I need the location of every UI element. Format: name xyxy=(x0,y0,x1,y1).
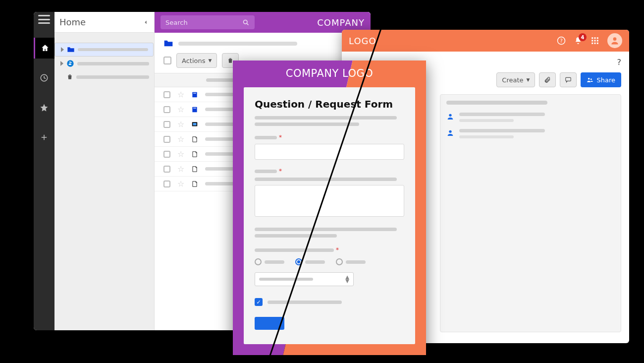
svg-rect-11 xyxy=(591,37,593,39)
nav-add-icon[interactable] xyxy=(34,127,54,148)
svg-point-20 xyxy=(613,37,617,41)
radio-option[interactable] xyxy=(295,258,325,265)
svg-rect-5 xyxy=(193,107,197,112)
member-row[interactable] xyxy=(446,113,615,122)
hamburger-icon[interactable] xyxy=(38,15,50,24)
expand-icon[interactable] xyxy=(60,61,63,66)
star-icon[interactable]: ☆ xyxy=(177,120,184,129)
breadcrumb xyxy=(155,33,371,50)
radio-option[interactable] xyxy=(255,258,284,265)
nav-rail xyxy=(34,12,54,330)
row-checkbox[interactable] xyxy=(163,121,170,128)
svg-rect-13 xyxy=(597,37,598,39)
star-icon[interactable]: ☆ xyxy=(177,105,184,114)
note-icon xyxy=(191,166,198,173)
checkbox-row[interactable]: ✓ xyxy=(255,298,404,306)
tree-item-folder[interactable] xyxy=(54,43,154,57)
svg-point-1 xyxy=(67,60,73,66)
people-icon xyxy=(587,76,593,83)
star-icon[interactable]: ☆ xyxy=(177,179,184,188)
doc-icon xyxy=(191,106,198,113)
media-icon xyxy=(191,121,198,128)
page-title: Home xyxy=(59,17,86,27)
top-bar: Search COMPANY xyxy=(155,12,371,33)
form-modal: COMPANY LOGO Question / Request Form * *… xyxy=(233,60,426,355)
field-label: * xyxy=(255,246,404,253)
form-title: Question / Request Form xyxy=(255,98,404,110)
radio-group xyxy=(255,258,404,265)
apps-grid-icon[interactable] xyxy=(590,36,599,45)
textarea-input[interactable] xyxy=(255,185,404,217)
row-checkbox[interactable] xyxy=(163,166,170,173)
select-all-checkbox[interactable] xyxy=(163,57,171,64)
search-input[interactable]: Search xyxy=(161,15,255,29)
svg-point-2 xyxy=(244,20,248,24)
svg-rect-18 xyxy=(594,43,596,44)
note-icon xyxy=(191,136,198,143)
svg-point-25 xyxy=(449,130,451,133)
svg-rect-14 xyxy=(591,40,593,42)
row-checkbox[interactable] xyxy=(163,136,170,143)
checkbox-checked-icon[interactable]: ✓ xyxy=(255,298,263,306)
create-dropdown-button[interactable]: Create▼ xyxy=(496,72,535,87)
row-checkbox[interactable] xyxy=(163,151,170,158)
comment-icon xyxy=(565,76,572,83)
star-icon[interactable]: ☆ xyxy=(177,164,184,174)
people-icon xyxy=(66,60,74,67)
caret-icon: ▲▼ xyxy=(345,275,349,283)
tree-header: Home xyxy=(54,12,154,33)
avatar-icon xyxy=(610,36,620,46)
top-bar: LOGO ? 4 xyxy=(342,30,629,52)
text-input[interactable] xyxy=(255,144,404,160)
row-checkbox[interactable] xyxy=(163,106,170,113)
radio-option[interactable] xyxy=(336,258,366,265)
share-button[interactable]: Share xyxy=(581,72,621,87)
row-checkbox[interactable] xyxy=(163,91,170,98)
svg-rect-21 xyxy=(566,77,571,81)
svg-point-23 xyxy=(590,78,592,80)
member-row[interactable] xyxy=(446,129,615,138)
field-label: * xyxy=(255,134,404,141)
row-checkbox[interactable] xyxy=(163,181,170,187)
comment-button[interactable] xyxy=(560,72,577,87)
nav-home-icon[interactable] xyxy=(34,38,54,59)
star-icon[interactable]: ☆ xyxy=(177,149,184,159)
tree-item-shared[interactable] xyxy=(54,57,154,70)
svg-rect-15 xyxy=(594,40,596,42)
header-actions: ? 4 xyxy=(557,33,622,48)
trash-icon xyxy=(66,73,73,80)
attach-button[interactable] xyxy=(539,72,556,87)
svg-rect-19 xyxy=(597,43,598,44)
select-dropdown[interactable]: ▲▼ xyxy=(255,272,354,286)
submit-button[interactable] xyxy=(255,317,284,330)
modal-brand: COMPANY LOGO xyxy=(233,67,426,79)
help-icon[interactable]: ? xyxy=(557,36,566,45)
folder-icon xyxy=(163,40,173,47)
svg-text:?: ? xyxy=(560,38,562,44)
nav-recent-icon[interactable] xyxy=(34,67,54,88)
tree-item-trash[interactable] xyxy=(54,70,154,83)
svg-rect-17 xyxy=(591,43,593,44)
request-form: Question / Request Form * * * ▲▼ xyxy=(244,87,415,344)
brand-text: LOGO xyxy=(349,36,376,46)
user-icon xyxy=(446,113,454,121)
context-help-icon[interactable]: ? xyxy=(617,58,622,67)
user-icon xyxy=(446,129,454,137)
search-icon xyxy=(242,19,250,26)
doc-icon xyxy=(191,91,198,98)
star-icon[interactable]: ☆ xyxy=(177,134,184,144)
expand-icon[interactable] xyxy=(61,47,64,52)
chevron-left-icon[interactable] xyxy=(142,19,149,26)
star-icon[interactable]: ☆ xyxy=(177,90,184,99)
svg-rect-4 xyxy=(193,93,196,93)
note-icon xyxy=(191,151,198,158)
nav-favorites-icon[interactable] xyxy=(34,97,54,118)
notifications-button[interactable]: 4 xyxy=(574,36,583,45)
actions-dropdown-button[interactable]: Actions▼ xyxy=(176,53,217,68)
note-icon xyxy=(191,181,198,187)
field-label: * xyxy=(255,168,404,175)
svg-rect-3 xyxy=(193,92,197,97)
svg-rect-16 xyxy=(597,40,598,42)
panel-toolbar: Create▼ Share xyxy=(440,72,621,87)
user-avatar[interactable] xyxy=(607,33,622,48)
